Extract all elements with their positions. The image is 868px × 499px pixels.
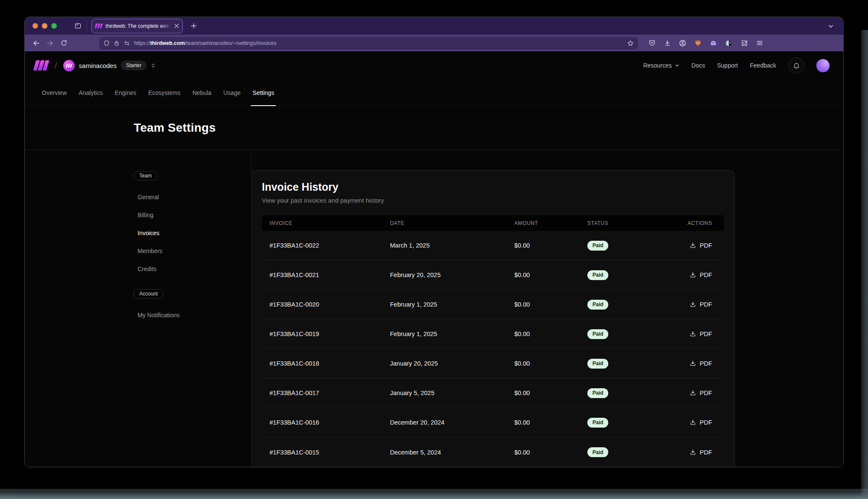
pdf-label: PDF [700, 419, 712, 426]
thirdweb-site: / saminacodes Starter Resources Docs Sup… [25, 51, 843, 467]
col-date: DATE [390, 220, 514, 226]
status-badge: Paid [587, 359, 608, 369]
download-pdf-button[interactable]: PDF [669, 449, 724, 456]
pdf-label: PDF [700, 301, 712, 308]
download-pdf-button[interactable]: PDF [669, 331, 724, 337]
feedback-link[interactable]: Feedback [750, 62, 776, 69]
sidebar-item-members[interactable]: Members [138, 242, 251, 260]
support-link[interactable]: Support [717, 62, 738, 69]
invoice-history-card: Invoice History View your past invoices … [251, 170, 735, 467]
download-pdf-button[interactable]: PDF [669, 272, 724, 278]
zoom-window-button[interactable] [51, 23, 57, 29]
sidebar-item-credits[interactable]: Credits [138, 260, 251, 278]
status-badge: Paid [587, 241, 608, 251]
privacy-extension-icon[interactable] [722, 37, 736, 49]
team-switcher-icon[interactable] [150, 62, 156, 69]
download-icon [689, 360, 696, 367]
window-controls [32, 23, 57, 29]
download-pdf-button[interactable]: PDF [669, 390, 724, 396]
tab-engines[interactable]: Engines [109, 80, 141, 106]
tab-analytics[interactable]: Analytics [73, 80, 108, 106]
sidebar-item-my-notifications[interactable]: My Notifications [138, 306, 251, 324]
team-name[interactable]: saminacodes [79, 62, 117, 69]
phantom-icon[interactable] [707, 37, 720, 49]
pdf-label: PDF [700, 390, 712, 396]
invoice-date: December 20, 2024 [390, 419, 514, 426]
new-tab-button[interactable] [187, 20, 200, 32]
sidebar-team-label: Team [133, 171, 158, 180]
col-amount: AMOUNT [514, 220, 584, 226]
sidebar-account-label: Account [133, 289, 164, 298]
settings-sidebar: Team General Billing Invoices Members Cr… [25, 150, 251, 467]
sidebar-item-general[interactable]: General [138, 188, 251, 206]
invoice-date: January 5, 2025 [390, 390, 514, 396]
thirdweb-logo-icon[interactable] [33, 60, 50, 71]
tracking-protection-shield-icon[interactable] [103, 40, 110, 47]
pocket-icon[interactable] [645, 37, 659, 49]
col-status: STATUS [584, 220, 669, 226]
url-bar[interactable]: https://thirdweb.com/team/saminacodes/~/… [99, 37, 638, 50]
invoice-date: February 1, 2025 [390, 301, 514, 308]
pdf-label: PDF [700, 272, 712, 278]
download-icon [689, 272, 696, 278]
invoice-date: January 20, 2025 [390, 360, 514, 367]
browser-toolbar: https://thirdweb.com/team/saminacodes/~/… [25, 35, 843, 51]
download-pdf-button[interactable]: PDF [669, 301, 724, 308]
docs-link[interactable]: Docs [692, 62, 705, 69]
browser-tab-active[interactable]: thirdweb: The complete web3 d [91, 19, 183, 33]
invoice-status: Paid [584, 300, 669, 310]
back-icon[interactable] [30, 37, 43, 49]
invoice-date: February 1, 2025 [390, 331, 514, 337]
invoice-amount: $0.00 [514, 242, 584, 249]
status-badge: Paid [587, 300, 608, 310]
sidebar-item-invoices[interactable]: Invoices [138, 224, 251, 242]
tab-ecosystems[interactable]: Ecosystems [143, 80, 185, 106]
download-pdf-button[interactable]: PDF [669, 419, 724, 426]
download-pdf-button[interactable]: PDF [669, 242, 724, 249]
status-badge: Paid [587, 388, 608, 398]
metamask-icon[interactable] [691, 37, 705, 49]
downloads-icon[interactable] [660, 37, 674, 49]
status-badge: Paid [587, 329, 608, 339]
reload-icon[interactable] [57, 37, 70, 49]
user-avatar[interactable] [816, 59, 830, 72]
invoice-status: Paid [584, 447, 669, 457]
bookmark-star-icon[interactable] [627, 40, 634, 47]
close-window-button[interactable] [32, 23, 38, 29]
invoice-number: #1F33BA1C-0016 [262, 419, 390, 426]
minimize-window-button[interactable] [42, 23, 47, 29]
account-icon[interactable] [676, 37, 689, 49]
tab-usage[interactable]: Usage [218, 80, 246, 106]
sidebar-team-list: General Billing Invoices Members Credits [138, 188, 251, 278]
download-pdf-button[interactable]: PDF [669, 360, 724, 367]
extensions-puzzle-icon[interactable] [737, 37, 751, 49]
menu-hamburger-icon[interactable] [753, 37, 766, 49]
invoice-number: #1F33BA1C-0018 [262, 360, 390, 367]
forward-icon[interactable] [44, 37, 56, 49]
page-title: Team Settings [134, 121, 216, 135]
permissions-toggle-icon[interactable] [123, 40, 130, 46]
notifications-bell-icon[interactable] [788, 57, 804, 74]
tab-settings[interactable]: Settings [247, 80, 279, 106]
download-icon [689, 419, 696, 426]
thirdweb-favicon-icon [94, 24, 103, 28]
list-all-tabs-icon[interactable] [824, 20, 837, 32]
resources-menu[interactable]: Resources [643, 62, 680, 69]
invoice-amount: $0.00 [514, 449, 584, 456]
download-icon [689, 242, 696, 249]
close-tab-icon[interactable] [174, 24, 179, 28]
invoice-row: #1F33BA1C-0020 February 1, 2025 $0.00 Pa… [262, 290, 724, 319]
team-avatar[interactable] [63, 60, 75, 71]
invoice-table-body: #1F33BA1C-0022 March 1, 2025 $0.00 Paid … [262, 231, 724, 467]
invoice-row: #1F33BA1C-0021 February 20, 2025 $0.00 P… [262, 260, 724, 290]
pdf-label: PDF [700, 242, 712, 249]
sidebar-item-billing[interactable]: Billing [138, 206, 251, 224]
tab-overview[interactable]: Overview [37, 80, 72, 106]
col-invoice: INVOICE [262, 220, 390, 226]
tab-nebula[interactable]: Nebula [187, 80, 216, 106]
download-icon [689, 449, 696, 456]
tab-title: thirdweb: The complete web3 d [106, 23, 171, 29]
settings-content: Invoice History View your past invoices … [251, 150, 843, 467]
firefox-view-icon[interactable] [71, 20, 84, 32]
connection-lock-icon[interactable] [114, 40, 120, 47]
